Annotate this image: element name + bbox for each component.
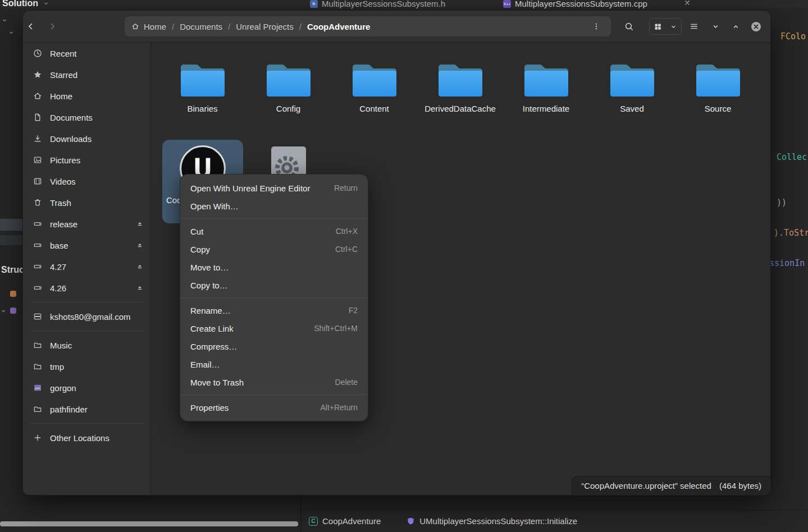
run-configuration[interactable]: C CoopAdventure	[309, 516, 381, 526]
breadcrumb-separator: /	[299, 22, 302, 31]
folder-intermediate[interactable]: Intermediate	[503, 59, 589, 114]
menu-item-rename[interactable]: Rename… F2	[180, 301, 368, 319]
symbol-shield-icon	[407, 517, 415, 525]
path-options-button[interactable]	[588, 19, 604, 34]
tab-label: MultiplayerSessionsSubsystem.cpp	[515, 0, 647, 8]
sidebar-item-documents[interactable]: Documents	[23, 107, 150, 128]
search-icon	[624, 22, 634, 31]
tree-chevron-icon[interactable]	[0, 308, 7, 314]
solution-selector[interactable]: Solution	[2, 0, 49, 8]
search-button[interactable]	[621, 19, 637, 34]
eject-button[interactable]	[136, 284, 144, 292]
menu-item-cut[interactable]: Cut Ctrl+X	[180, 222, 368, 240]
ide-status-bar: C CoopAdventure UMultiplayerSessionsSubs…	[303, 510, 808, 532]
remote-drive-icon	[33, 312, 42, 321]
sidebar-item-pictures[interactable]: Pictures	[23, 149, 150, 171]
sidebar-item-starred[interactable]: Starred	[23, 64, 150, 85]
sidebar-item-other-locations[interactable]: Other Locations	[23, 427, 150, 448]
menu-item-copy-to[interactable]: Copy to…	[180, 276, 368, 294]
menu-item-open-with-unreal-engine-editor[interactable]: Open With Unreal Engine Editor Return	[180, 179, 368, 197]
menu-item-open-with[interactable]: Open With…	[180, 197, 368, 215]
folder-binaries[interactable]: Binaries	[159, 59, 245, 114]
eject-button[interactable]	[136, 220, 144, 228]
sidebar-item-gorgon[interactable]: gorgon	[23, 377, 150, 398]
chevron-left-icon	[26, 22, 35, 31]
current-symbol[interactable]: UMultiplayerSessionsSubsystem::Initializ…	[407, 516, 577, 526]
image-icon	[33, 155, 42, 164]
sidebar-item-4-27[interactable]: 4.27	[23, 256, 150, 277]
breadcrumb-unreal-projects[interactable]: Unreal Projects	[236, 22, 294, 31]
breadcrumb-documents[interactable]: Documents	[180, 22, 222, 31]
document-icon	[33, 113, 42, 122]
sidebar-item-downloads[interactable]: Downloads	[23, 128, 150, 149]
window-close-button[interactable]	[748, 19, 764, 34]
grid-view-button[interactable]	[650, 19, 665, 34]
menu-item-move-to[interactable]: Move to…	[180, 258, 368, 276]
sidebar-item-recent[interactable]: Recent	[23, 43, 150, 64]
eject-button[interactable]	[136, 263, 144, 270]
back-button[interactable]	[23, 19, 39, 34]
breadcrumb-home[interactable]: Home	[131, 22, 166, 31]
sidebar-item-home[interactable]: Home	[23, 85, 150, 107]
symbol-label: UMultiplayerSessionsSubsystem::Initializ…	[419, 516, 577, 526]
folder-saved[interactable]: Saved	[589, 59, 675, 114]
sidebar-item-trash[interactable]: Trash	[23, 192, 150, 213]
tree-row[interactable]	[0, 235, 22, 245]
folder-deriveddatacache[interactable]: DerivedDataCache	[417, 59, 503, 114]
folder-config[interactable]: Config	[245, 59, 331, 114]
forward-button[interactable]	[44, 19, 60, 34]
sidebar-item-gmail-account[interactable]: kshots80@gmail.com	[23, 306, 150, 327]
headerbar-actions	[621, 11, 764, 42]
headerbar: Home / Documents / Unreal Projects / Coo…	[23, 11, 770, 43]
sidebar-separator	[30, 302, 144, 302]
selection-status-bar: “CoopAdventure.uproject” selected (464 b…	[572, 476, 770, 495]
menu-item-create-link[interactable]: Create Link Shift+Ctrl+M	[180, 319, 368, 337]
main-menu-button[interactable]	[686, 19, 702, 34]
folder-icon	[435, 59, 486, 100]
folder-row: Binaries Config Content DerivedDataCache…	[159, 59, 761, 114]
folder-icon	[263, 59, 314, 100]
folder-content[interactable]: Content	[331, 59, 417, 114]
sidebar-item-4-26[interactable]: 4.26	[23, 277, 150, 299]
sidebar-separator	[30, 331, 144, 331]
menu-item-move-to-trash[interactable]: Move to Trash Delete	[180, 373, 368, 391]
horizontal-scrollbar[interactable]	[0, 521, 298, 526]
sidebar-item-videos[interactable]: Videos	[23, 171, 150, 192]
tab-close-icon[interactable]: ✕	[684, 0, 691, 7]
drive-icon	[33, 283, 42, 292]
sidebar: Recent Starred Home Documents Downloads …	[23, 43, 151, 495]
code-fragment: ).ToStr	[774, 228, 808, 238]
struct-icon	[10, 291, 16, 297]
chevron-right-icon	[48, 22, 57, 31]
menu-item-properties[interactable]: Properties Alt+Return	[180, 398, 368, 416]
sidebar-item-music[interactable]: Music	[23, 334, 150, 356]
chevron-down-icon	[711, 22, 720, 31]
menu-separator	[180, 218, 368, 219]
code-fragment: Collec	[777, 152, 807, 162]
breadcrumb: Home / Documents / Unreal Projects / Coo…	[125, 16, 611, 36]
window-maximize-button[interactable]	[728, 19, 743, 34]
sidebar-item-release[interactable]: release	[23, 213, 150, 235]
folder-icon	[33, 362, 42, 371]
tab-cpp[interactable]: C++ MultiplayerSessionsSubsystem.cpp	[503, 0, 647, 8]
view-options-button[interactable]	[665, 19, 681, 34]
sidebar-item-base[interactable]: base	[23, 235, 150, 256]
download-icon	[33, 134, 42, 143]
code-fragment: ssionIn	[769, 258, 805, 268]
eject-button[interactable]	[136, 241, 144, 249]
drive-icon	[33, 241, 42, 250]
sidebar-item-pathfinder[interactable]: pathfinder	[23, 398, 150, 420]
tree-selected-row[interactable]	[0, 219, 22, 231]
breadcrumb-coopadventure[interactable]: CoopAdventure	[307, 22, 371, 31]
menu-item-compress[interactable]: Compress…	[180, 337, 368, 355]
tree-chevron-icon[interactable]	[1, 17, 8, 24]
tab-header-h[interactable]: h MultiplayerSessionsSubsystem.h	[310, 0, 445, 8]
tree-chevron-icon[interactable]	[8, 29, 15, 36]
home-icon	[33, 91, 42, 100]
menu-item-email[interactable]: Email…	[180, 355, 368, 373]
menu-item-copy[interactable]: Copy Ctrl+C	[180, 240, 368, 258]
sidebar-separator	[30, 423, 144, 424]
folder-source[interactable]: Source	[675, 59, 761, 114]
window-unmaximize-button[interactable]	[707, 19, 723, 34]
sidebar-item-tmp[interactable]: tmp	[23, 356, 150, 377]
